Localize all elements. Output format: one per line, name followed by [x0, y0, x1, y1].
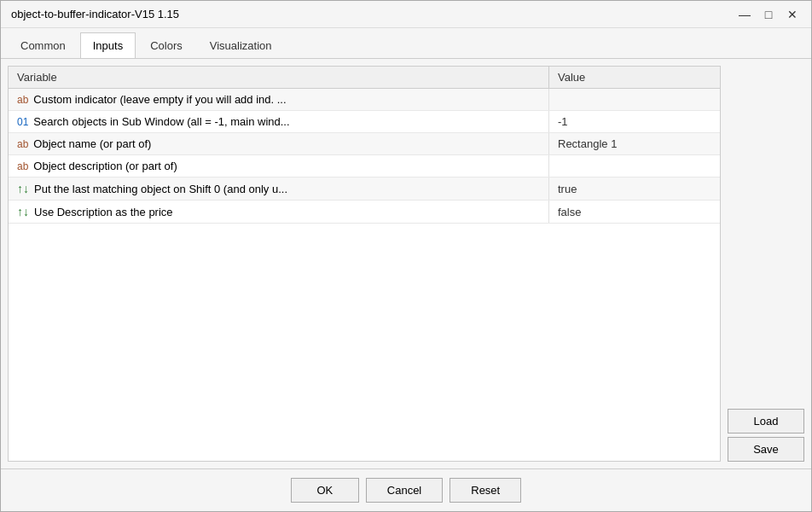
value-cell: Rectangle 1: [549, 133, 720, 154]
title-bar-controls: — □ ✕: [736, 6, 801, 23]
variable-text: Search objects in Sub Window (all = -1, …: [33, 115, 289, 128]
table-row[interactable]: 01Search objects in Sub Window (all = -1…: [9, 111, 720, 133]
table-row[interactable]: ↑↓Put the last matching object on Shift …: [9, 177, 720, 201]
variable-text: Use Description as the price: [34, 206, 173, 218]
type-badge: ↑↓: [17, 182, 29, 195]
type-badge: ab: [17, 138, 28, 150]
value-cell: -1: [549, 111, 720, 132]
variable-text: Put the last matching object on Shift 0 …: [34, 183, 287, 195]
header-variable: Variable: [9, 67, 549, 88]
variable-text: Custom indicator (leave empty if you wil…: [33, 93, 286, 106]
ok-button[interactable]: OK: [291, 478, 359, 503]
value-cell: [549, 162, 720, 171]
variable-cell: ↑↓Put the last matching object on Shift …: [9, 177, 549, 200]
table-header: Variable Value: [9, 67, 720, 89]
table-row[interactable]: abObject name (or part of)Rectangle 1: [9, 133, 720, 155]
close-button[interactable]: ✕: [784, 6, 801, 23]
cancel-button[interactable]: Cancel: [366, 478, 443, 503]
reset-button[interactable]: Reset: [450, 478, 521, 503]
table-row[interactable]: abObject description (or part of): [9, 155, 720, 177]
header-value: Value: [549, 67, 720, 88]
tab-common[interactable]: Common: [8, 32, 78, 58]
type-badge: ↑↓: [17, 205, 29, 218]
variable-cell: 01Search objects in Sub Window (all = -1…: [9, 111, 549, 132]
save-button[interactable]: Save: [728, 437, 804, 462]
variable-cell: abCustom indicator (leave empty if you w…: [9, 89, 549, 110]
variable-text: Object name (or part of): [33, 137, 151, 150]
main-window: object-to-buffer-indicator-V15 1.15 — □ …: [0, 0, 812, 512]
variable-cell: abObject name (or part of): [9, 133, 549, 154]
window-title: object-to-buffer-indicator-V15 1.15: [11, 8, 179, 20]
table-row[interactable]: ↑↓Use Description as the pricefalse: [9, 201, 720, 224]
bottom-bar: OK Cancel Reset: [1, 468, 811, 511]
table-area: Variable Value abCustom indicator (leave…: [8, 66, 721, 462]
minimize-button[interactable]: —: [736, 6, 753, 23]
variable-cell: ↑↓Use Description as the price: [9, 201, 549, 223]
load-button[interactable]: Load: [728, 409, 804, 433]
tab-inputs[interactable]: Inputs: [80, 32, 136, 58]
type-badge: ab: [17, 160, 28, 172]
maximize-button[interactable]: □: [760, 6, 777, 23]
variable-text: Object description (or part of): [33, 160, 177, 172]
type-badge: ab: [17, 94, 28, 106]
table-body: abCustom indicator (leave empty if you w…: [9, 89, 720, 224]
table-row[interactable]: abCustom indicator (leave empty if you w…: [9, 89, 720, 111]
tab-colors[interactable]: Colors: [137, 32, 195, 58]
variable-cell: abObject description (or part of): [9, 155, 549, 177]
value-cell: true: [549, 178, 720, 200]
title-bar: object-to-buffer-indicator-V15 1.15 — □ …: [1, 1, 811, 28]
main-content: Variable Value abCustom indicator (leave…: [1, 59, 811, 468]
side-buttons: Load Save: [728, 66, 804, 462]
type-badge: 01: [17, 116, 28, 128]
value-cell: false: [549, 201, 720, 223]
tabs-bar: Common Inputs Colors Visualization: [1, 28, 811, 59]
value-cell: [549, 96, 720, 104]
side-btn-spacer: [728, 66, 804, 405]
tab-visualization[interactable]: Visualization: [197, 32, 285, 58]
